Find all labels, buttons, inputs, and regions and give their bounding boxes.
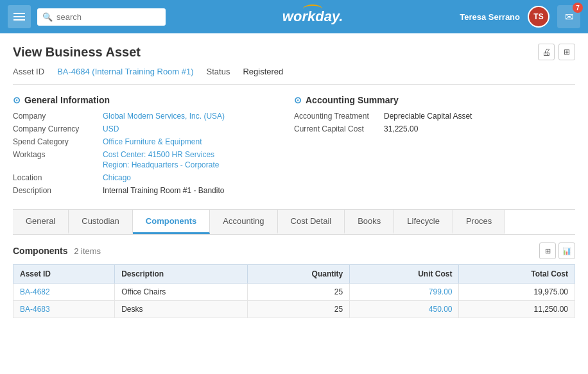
general-info-chevron: ⊙ — [13, 95, 21, 105]
field-treatment: Accounting Treatment Depreciable Capital… — [294, 112, 575, 121]
tab-lifecycle[interactable]: Lifecycle — [394, 210, 453, 234]
currency-link[interactable]: USD — [103, 124, 119, 133]
field-company-label: Company — [13, 112, 103, 121]
company-link[interactable]: Global Modern Services, Inc. (USA) — [103, 112, 225, 121]
location-link[interactable]: Chicago — [103, 173, 131, 182]
cell-unit-cost-2: 450.00 — [350, 301, 459, 318]
components-count: 2 items — [74, 246, 101, 256]
status-label: Status — [207, 67, 230, 76]
col-asset-id: Asset ID — [13, 265, 115, 284]
asset-id-label: Asset ID — [13, 67, 44, 76]
workday-logo: workday. — [282, 8, 343, 25]
field-capital-cost-value: 31,225.00 — [384, 124, 418, 133]
field-currency: Company Currency USD — [13, 124, 294, 133]
notification-button[interactable]: ✉ 7 — [557, 5, 580, 28]
components-title: Components — [13, 246, 68, 256]
worktag-1-link[interactable]: Cost Center: 41500 HR Services — [103, 150, 219, 159]
accounting-summary-title: ⊙ Accounting Summary — [294, 95, 575, 105]
col-description: Description — [115, 265, 247, 284]
cell-total-cost-1: 19,975.00 — [459, 284, 575, 301]
worktag-2-link[interactable]: Region: Headquarters - Corporate — [103, 160, 219, 169]
asset-id-1-link[interactable]: BA-4682 — [20, 287, 50, 296]
field-currency-value: USD — [103, 124, 119, 133]
field-treatment-label: Accounting Treatment — [294, 112, 384, 121]
bell-icon: ✉ — [565, 11, 573, 23]
components-section: Components 2 items ⊞ 📊 Asset ID Descript… — [13, 235, 575, 326]
page-title-bar: View Business Asset 🖨 ⊞ — [13, 44, 575, 60]
table-header-row: Asset ID Description Quantity Unit Cost … — [13, 265, 575, 284]
accounting-summary-title-text: Accounting Summary — [306, 95, 399, 105]
search-wrapper: 🔍 — [37, 8, 166, 26]
field-company: Company Global Modern Services, Inc. (US… — [13, 112, 294, 121]
hamburger-line-1 — [13, 13, 25, 14]
asset-id-link[interactable]: BA-4684 (Internal Training Room #1) — [57, 67, 193, 76]
logo-text: workday. — [282, 8, 343, 24]
header-right: Teresa Serrano TS ✉ 7 — [460, 5, 580, 28]
cell-asset-id-2: BA-4683 — [13, 301, 115, 318]
status-value: Registered — [243, 67, 283, 76]
cell-asset-id-1: BA-4682 — [13, 284, 115, 301]
field-spend: Spend Category Office Furniture & Equipm… — [13, 137, 294, 146]
export-button[interactable]: ⊞ — [558, 44, 575, 60]
col-quantity: Quantity — [247, 265, 350, 284]
field-company-value: Global Modern Services, Inc. (USA) — [103, 112, 225, 121]
cell-description-2: Desks — [115, 301, 247, 318]
tab-proces[interactable]: Proces — [453, 210, 505, 234]
tab-books[interactable]: Books — [345, 210, 394, 234]
main-content: View Business Asset 🖨 ⊞ Asset ID BA-4684… — [0, 33, 588, 336]
general-info-title: ⊙ General Information — [13, 95, 294, 105]
cell-description-1: Office Chairs — [115, 284, 247, 301]
print-button[interactable]: 🖨 — [538, 44, 555, 60]
components-title-area: Components 2 items — [13, 246, 101, 256]
cell-unit-cost-1: 799.00 — [350, 284, 459, 301]
field-spend-value: Office Furniture & Equipment — [103, 137, 202, 146]
notification-badge: 7 — [573, 3, 583, 13]
tab-components[interactable]: Components — [133, 210, 210, 234]
tab-cost-detail[interactable]: Cost Detail — [278, 210, 345, 234]
tab-accounting[interactable]: Accounting — [210, 210, 277, 234]
field-location-label: Location — [13, 173, 103, 182]
spend-link[interactable]: Office Furniture & Equipment — [103, 137, 202, 146]
accounting-chevron: ⊙ — [294, 95, 302, 105]
components-header: Components 2 items ⊞ 📊 — [13, 242, 575, 259]
general-info-section: ⊙ General Information Company Global Mod… — [13, 95, 294, 199]
table-header: Asset ID Description Quantity Unit Cost … — [13, 265, 575, 284]
field-capital-cost: Current Capital Cost 31,225.00 — [294, 124, 575, 133]
tabs-container: General Custodian Components Accounting … — [13, 209, 575, 235]
hamburger-line-2 — [13, 16, 25, 17]
print-icon: 🖨 — [542, 47, 551, 57]
general-info-title-text: General Information — [24, 95, 110, 105]
asset-meta: Asset ID BA-4684 (Internal Training Room… — [13, 67, 575, 85]
info-columns: ⊙ General Information Company Global Mod… — [13, 95, 575, 199]
cell-quantity-2: 25 — [247, 301, 350, 318]
field-spend-label: Spend Category — [13, 137, 103, 146]
header: 🔍 workday. Teresa Serrano TS ✉ 7 — [0, 0, 588, 33]
tab-general[interactable]: General — [13, 210, 69, 234]
components-icons: ⊞ 📊 — [539, 242, 575, 259]
asset-id-2-link[interactable]: BA-4683 — [20, 305, 50, 314]
field-description: Description Internal Training Room #1 - … — [13, 186, 294, 195]
field-treatment-value: Depreciable Capital Asset — [384, 112, 472, 121]
menu-button[interactable] — [8, 5, 31, 28]
components-export-button[interactable]: ⊞ — [539, 242, 556, 259]
field-worktags-value: Cost Center: 41500 HR Services Region: H… — [103, 150, 219, 169]
col-unit-cost: Unit Cost — [350, 265, 459, 284]
field-location: Location Chicago — [13, 173, 294, 182]
cell-quantity-1: 25 — [247, 284, 350, 301]
field-description-label: Description — [13, 186, 103, 195]
components-chart-icon: 📊 — [562, 247, 571, 255]
search-input[interactable] — [37, 8, 166, 26]
page-title-icons: 🖨 ⊞ — [538, 44, 575, 60]
cell-total-cost-2: 11,250.00 — [459, 301, 575, 318]
logo-area: workday. — [172, 8, 453, 25]
page-title: View Business Asset — [13, 45, 141, 60]
field-description-value: Internal Training Room #1 - Bandito — [103, 186, 224, 195]
field-location-value: Chicago — [103, 173, 131, 182]
col-total-cost: Total Cost — [459, 265, 575, 284]
table-body: BA-4682 Office Chairs 25 799.00 19,975.0… — [13, 284, 575, 318]
logo-arc: workday. — [282, 8, 343, 25]
table-row: BA-4682 Office Chairs 25 799.00 19,975.0… — [13, 284, 575, 301]
tab-custodian[interactable]: Custodian — [69, 210, 133, 234]
avatar: TS — [528, 6, 549, 28]
components-chart-button[interactable]: 📊 — [558, 242, 575, 259]
